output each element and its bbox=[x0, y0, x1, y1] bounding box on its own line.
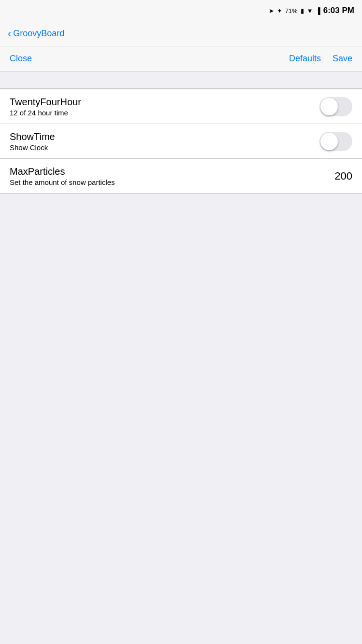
twenty-four-hour-toggle-knob bbox=[320, 98, 338, 115]
max-particles-content: MaxParticles Set the amount of snow part… bbox=[10, 166, 334, 186]
twenty-four-hour-title: TwentyFourHour bbox=[10, 97, 319, 108]
battery-percentage: 71% bbox=[285, 7, 298, 14]
show-time-title: ShowTime bbox=[10, 131, 319, 142]
status-bar: ➤ ✦ 71% ▮ ▼ ▐ 6:03 PM bbox=[0, 0, 362, 21]
settings-list: TwentyFourHour 12 of 24 hour time ShowTi… bbox=[0, 89, 362, 194]
nav-bar: ‹ GroovyBoard bbox=[0, 21, 362, 46]
twenty-four-hour-row: TwentyFourHour 12 of 24 hour time bbox=[0, 89, 362, 124]
status-time: 6:03 PM bbox=[323, 6, 354, 15]
max-particles-subtitle: Set the amount of snow particles bbox=[10, 178, 334, 186]
close-button[interactable]: Close bbox=[10, 54, 32, 64]
twenty-four-hour-subtitle: 12 of 24 hour time bbox=[10, 109, 319, 117]
back-button[interactable]: ‹ GroovyBoard bbox=[8, 28, 64, 39]
show-time-row: ShowTime Show Clock bbox=[0, 124, 362, 159]
bluetooth-icon: ✦ bbox=[277, 7, 282, 14]
save-button[interactable]: Save bbox=[333, 54, 352, 64]
show-time-content: ShowTime Show Clock bbox=[10, 131, 319, 152]
section-header bbox=[0, 71, 362, 89]
status-bar-right: ➤ ✦ 71% ▮ ▼ ▐ 6:03 PM bbox=[269, 6, 354, 15]
back-label: GroovyBoard bbox=[13, 28, 64, 39]
max-particles-value: 200 bbox=[334, 170, 352, 182]
twenty-four-hour-content: TwentyFourHour 12 of 24 hour time bbox=[10, 97, 319, 117]
show-time-subtitle: Show Clock bbox=[10, 143, 319, 152]
twenty-four-hour-toggle[interactable] bbox=[319, 97, 352, 116]
back-chevron-icon: ‹ bbox=[8, 28, 11, 39]
max-particles-title: MaxParticles bbox=[10, 166, 334, 177]
show-time-toggle-knob bbox=[320, 133, 338, 150]
show-time-toggle[interactable] bbox=[319, 132, 352, 151]
signal-icon: ▐ bbox=[316, 7, 320, 14]
defaults-button[interactable]: Defaults bbox=[289, 54, 321, 64]
battery-icon: ▮ bbox=[301, 7, 304, 14]
location-icon: ➤ bbox=[269, 7, 274, 14]
max-particles-row: MaxParticles Set the amount of snow part… bbox=[0, 159, 362, 194]
wifi-icon: ▼ bbox=[307, 7, 313, 14]
toolbar: Close Defaults Save bbox=[0, 46, 362, 71]
